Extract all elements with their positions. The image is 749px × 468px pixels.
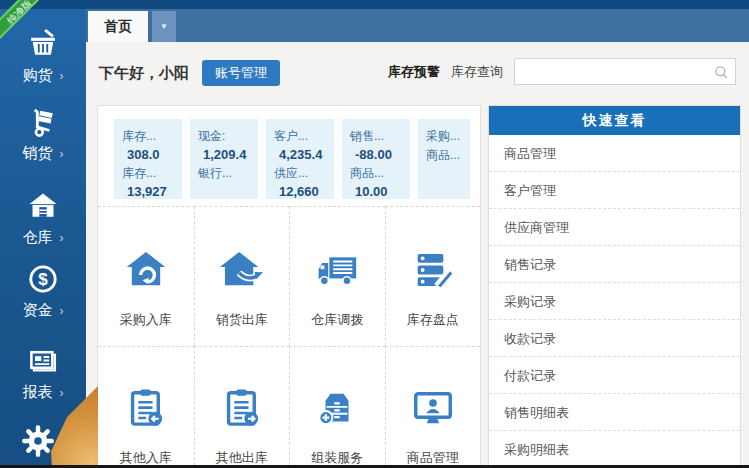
stat-label: 客户... [274, 127, 334, 146]
sidebar-label: 报表 [23, 383, 53, 400]
chevron-right-icon: › [60, 69, 64, 83]
tab-home[interactable]: 首页 [88, 11, 148, 42]
quick-view-item-payments[interactable]: 付款记录 [489, 357, 740, 394]
stat-label: 销售... [350, 127, 410, 146]
stock-check-icon [410, 247, 456, 297]
settings-gear-icon[interactable] [19, 422, 57, 464]
stat-value: 308.0 [122, 146, 182, 165]
chevron-right-icon: › [60, 231, 64, 245]
quick-view-item-sales-detail[interactable]: 销售明细表 [489, 394, 740, 431]
shortcut-other-inbound[interactable]: 其他入库 [98, 346, 194, 468]
dashboard-panel: 库存... 308.0 库存... 13,927 现金: 1,209.4 银行.… [97, 105, 481, 468]
stat-value: -88.00 [350, 146, 410, 165]
chevron-right-icon: › [60, 147, 64, 161]
shortcut-sales-outbound[interactable]: 销货出库 [194, 206, 290, 346]
quick-view-panel: 快速查看 商品管理 客户管理 供应商管理 销售记录 采购记录 收款记录 付款记录… [488, 105, 741, 468]
quick-view-item-purchase-detail[interactable]: 采购明细表 [489, 431, 740, 468]
warehouse-icon [0, 189, 86, 223]
stock-alert-label[interactable]: 库存预警 [388, 63, 440, 81]
shortcut-other-outbound[interactable]: 其他出库 [194, 346, 290, 468]
main-content: 下午好，小阳 账号管理 库存预警 库存查询 库存... 30 [86, 42, 749, 468]
stat-card-customer: 客户... 4,235.4 供应... 12,660 [266, 119, 334, 199]
shortcut-label: 采购入库 [120, 311, 172, 329]
monitor-user-icon [410, 385, 456, 435]
stat-value: 4,235.4 [274, 146, 334, 165]
stat-card-inventory: 库存... 308.0 库存... 13,927 [114, 119, 182, 199]
stat-label: 库存... [122, 164, 182, 183]
chevron-right-icon: › [60, 304, 64, 318]
svg-text:$: $ [38, 270, 48, 289]
quick-view-item-suppliers[interactable]: 供应商管理 [489, 209, 740, 246]
stat-label: 供应... [274, 164, 334, 183]
stat-label: 银行... [198, 164, 258, 183]
quick-view-item-products[interactable]: 商品管理 [489, 135, 740, 172]
shortcut-assembly-service[interactable]: 组装服务 [289, 346, 385, 468]
sidebar-label: 资金 [23, 301, 53, 318]
search-input[interactable] [515, 59, 735, 84]
account-manage-button[interactable]: 账号管理 [202, 60, 280, 86]
chevron-right-icon: › [60, 386, 64, 400]
sidebar-label: 购货 [23, 66, 53, 83]
funds-icon: $ [0, 262, 86, 296]
stock-query-label[interactable]: 库存查询 [451, 63, 503, 81]
window-title-strip [0, 0, 749, 9]
stat-label: 现金: [198, 127, 258, 146]
shortcut-stock-count[interactable]: 库存盘点 [385, 206, 481, 346]
sidebar-item-purchase[interactable]: 购货› [0, 27, 86, 85]
stat-card-sales: 销售... -88.00 商品... 10.00 [342, 119, 410, 199]
clipboard-out-icon [219, 385, 265, 435]
quick-view-item-customers[interactable]: 客户管理 [489, 172, 740, 209]
sidebar: 购货› 销货› 仓库› [0, 0, 86, 468]
sidebar-item-warehouse[interactable]: 仓库› [0, 189, 86, 247]
sidebar-item-reports[interactable]: 报表› [0, 344, 86, 402]
tab-bar: 首页 ▼ [86, 9, 749, 42]
trolley-icon [0, 105, 86, 139]
quick-view-title: 快速查看 [489, 106, 740, 135]
basket-icon [0, 27, 86, 61]
shortcut-label: 仓库调拨 [311, 311, 363, 329]
stat-label: 采购... [426, 127, 470, 146]
sidebar-label: 销货 [23, 144, 53, 161]
stat-label: 商品... [350, 164, 410, 183]
search-box [514, 58, 736, 85]
sidebar-item-sales[interactable]: 销货› [0, 105, 86, 163]
shortcut-warehouse-transfer[interactable]: 仓库调拨 [289, 206, 385, 346]
stat-value: 13,927 [122, 183, 182, 199]
quick-view-item-sales-records[interactable]: 销售记录 [489, 246, 740, 283]
stat-label: 库存... [122, 127, 182, 146]
shortcut-purchase-inbound[interactable]: 采购入库 [98, 206, 194, 346]
quick-view-item-purchase-records[interactable]: 采购记录 [489, 283, 740, 320]
stat-label: 商品... [426, 146, 470, 165]
tab-dropdown-icon[interactable]: ▼ [152, 11, 176, 42]
house-out-icon [219, 247, 265, 297]
drawer-plus-icon [314, 385, 360, 435]
greeting-text: 下午好，小阳 [99, 64, 189, 83]
shortcut-label: 库存盘点 [407, 311, 459, 329]
stat-card-purchase: 采购... 商品... [418, 119, 470, 199]
shortcut-grid: 采购入库 销货出库 [98, 206, 480, 468]
report-icon [0, 344, 86, 378]
shortcut-label: 销货出库 [216, 311, 268, 329]
sidebar-item-funds[interactable]: $ 资金› [0, 262, 86, 320]
truck-icon [314, 247, 360, 297]
stats-row: 库存... 308.0 库存... 13,927 现金: 1,209.4 银行.… [98, 106, 480, 206]
clipboard-in-icon [123, 385, 169, 435]
quick-view-item-receipts[interactable]: 收款记录 [489, 320, 740, 357]
shortcut-product-manage[interactable]: 商品管理 [385, 346, 481, 468]
stat-card-cash: 现金: 1,209.4 银行... [190, 119, 258, 199]
stat-value: 10.00 [350, 183, 410, 199]
sidebar-label: 仓库 [23, 228, 53, 245]
stat-value: 1,209.4 [198, 146, 258, 165]
app-window: 购货› 销货› 仓库› [0, 0, 749, 468]
house-in-icon [123, 247, 169, 297]
stat-value: 12,660 [274, 183, 334, 199]
